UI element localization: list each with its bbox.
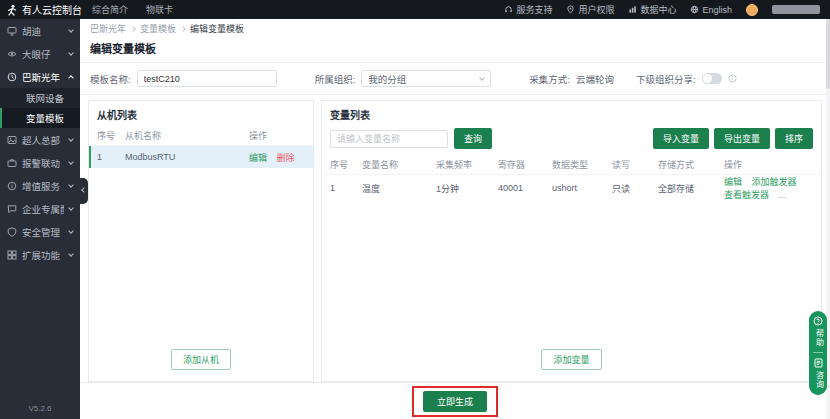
more-actions-link[interactable]: ... [779,190,787,200]
share-toggle[interactable] [702,73,722,84]
footer-bar: 立即生成 [80,382,830,419]
import-variables-button[interactable]: 导入变量 [653,128,709,149]
language-switch[interactable]: English [690,5,732,15]
view-trigger-link[interactable]: 查看触发器 [724,190,769,200]
shield-icon [7,227,17,237]
template-form: 模板名称: 所属组织: 我的分组 采集方式: 云端轮询 下级组织分享: [80,63,830,95]
briefcase-icon [7,158,17,168]
chart-icon [628,5,637,14]
chevron-down-icon [479,75,485,81]
monitor-icon [7,26,17,36]
chat-icon [7,204,17,214]
brand-title: 有人云控制台 [22,2,82,17]
chevron-down-icon [68,159,74,165]
avatar[interactable] [746,4,758,16]
breadcrumb-separator-icon [130,26,136,32]
add-slave-button[interactable]: 添加从机 [171,349,231,370]
variable-datatype: ushort [552,183,612,193]
sidebar-item-hq[interactable]: 超人总部 [0,128,80,151]
brand[interactable]: 有人云控制台 [0,2,92,17]
variable-rw: 只读 [612,182,658,195]
username-redacted [772,5,820,14]
breadcrumb-variable-template[interactable]: 变量模板 [140,22,176,35]
sidebar-item-hudi[interactable]: 胡迪 [0,19,80,42]
sidebar-collapse-handle[interactable] [80,178,88,204]
share-label: 下级组织分享: [636,72,696,86]
variable-name: 温度 [362,182,436,195]
topbar: 有人云控制台 综合简介 物联卡 服务支持 用户权限 数据中心 English [0,0,830,19]
slave-name: ModbusRTU [125,152,249,162]
add-trigger-link[interactable]: 添加触发器 [752,177,797,187]
variable-search-row: 查询 导入变量 导出变量 排序 [322,126,821,155]
chevron-down-icon [68,50,74,56]
chevron-down-icon [68,205,74,211]
sidebar-item-value-added[interactable]: 增值服务 [0,174,80,197]
annotation-highlight-box: 立即生成 [412,386,498,417]
help-label: 帮助 [814,329,823,347]
sidebar-item-enterprise-config[interactable]: 企业专属配置 [0,197,80,220]
breadcrumb-current: 编辑变量模板 [190,22,244,35]
buzz-lightyear-submenu: 联网设备 变量模板 [0,88,80,128]
variable-list-title: 变量列表 [322,101,821,126]
sidebar: 胡迪 大眼仔 巴斯光年 联网设备 变量模板 超人总部 报警联动 增值服务 企业专… [0,19,80,419]
variable-table-row[interactable]: 1 温度 1分钟 40001 ushort 只读 全部存储 编辑 添加触发器 查… [322,175,821,197]
variable-actions: 编辑 添加触发器 查看触发器 ... [724,175,813,201]
chevron-down-icon [68,251,74,257]
info-circle-icon [7,181,17,191]
variable-frequency: 1分钟 [436,182,498,195]
org-select[interactable]: 我的分组 [361,70,491,87]
variable-storage: 全部存储 [658,182,724,195]
export-variables-button[interactable]: 导出变量 [714,128,770,149]
question-icon [813,316,823,326]
delete-slave-link[interactable]: 删除 [277,153,295,163]
help-float-widget[interactable]: 帮助 咨询 [809,311,827,395]
collect-mode-label: 采集方式: [529,72,570,86]
variable-register: 40001 [498,183,552,193]
data-center-link[interactable]: 数据中心 [628,3,676,16]
support-link[interactable]: 服务支持 [504,3,552,16]
variable-list-panel: 变量列表 查询 导入变量 导出变量 排序 序号 变量名称 采集频率 寄存器 数据… [321,100,822,382]
document-icon [814,358,823,368]
headset-icon [504,5,513,14]
sidebar-item-alarm-linkage[interactable]: 报警联动 [0,151,80,174]
slave-table-header: 序号 从机名称 操作 [89,126,313,146]
variable-toolbar: 导入变量 导出变量 排序 [653,128,813,149]
generate-now-button[interactable]: 立即生成 [423,391,487,412]
user-permission-link[interactable]: 用户权限 [566,3,614,16]
search-button[interactable]: 查询 [454,128,492,149]
sidebar-item-security[interactable]: 安全管理 [0,220,80,243]
template-name-input[interactable] [137,70,277,87]
slave-actions: 编辑 删除 [249,151,305,164]
pin-icon [566,5,575,14]
tab-iot-card[interactable]: 物联卡 [146,3,173,16]
sort-button[interactable]: 排序 [775,128,813,149]
chevron-down-icon [68,136,74,142]
sidebar-item-variable-template[interactable]: 变量模板 [0,108,80,128]
panels: 从机列表 序号 从机名称 操作 1 ModbusRTU 编辑 删除 添加从机 变… [80,95,830,382]
chevron-left-icon [81,187,87,193]
tab-overview[interactable]: 综合简介 [92,3,128,16]
edit-slave-link[interactable]: 编辑 [249,153,267,163]
chevron-down-icon [68,228,74,234]
clock-icon [7,72,17,82]
edit-variable-link[interactable]: 编辑 [724,177,742,187]
breadcrumb-separator-icon [180,26,186,32]
chevron-down-icon [68,182,74,188]
sidebar-item-extensions[interactable]: 扩展功能 [0,243,80,266]
sidebar-item-buzz-lightyear[interactable]: 巴斯光年 [0,65,80,88]
breadcrumb-buzz-lightyear[interactable]: 巴斯光年 [90,22,126,35]
main-content: 巴斯光年 变量模板 编辑变量模板 编辑变量模板 模板名称: 所属组织: 我的分组… [80,19,830,419]
sidebar-item-dayanzai[interactable]: 大眼仔 [0,42,80,65]
chevron-up-icon [68,75,74,81]
variable-search-input[interactable] [330,130,448,148]
sidebar-item-networked-devices[interactable]: 联网设备 [0,88,80,108]
variable-table-header: 序号 变量名称 采集频率 寄存器 数据类型 读写 存储方式 操作 [322,155,821,175]
tooltip-info-icon[interactable] [728,74,737,83]
add-variable-button[interactable]: 添加变量 [541,349,601,370]
page-title: 编辑变量模板 [80,38,830,63]
slave-list-panel: 从机列表 序号 从机名称 操作 1 ModbusRTU 编辑 删除 添加从机 [88,100,314,382]
topbar-tabs: 综合简介 物联卡 [92,3,173,16]
slave-table-row[interactable]: 1 ModbusRTU 编辑 删除 [89,146,313,168]
collect-mode-value: 云端轮询 [576,72,614,86]
template-name-label: 模板名称: [90,72,131,86]
